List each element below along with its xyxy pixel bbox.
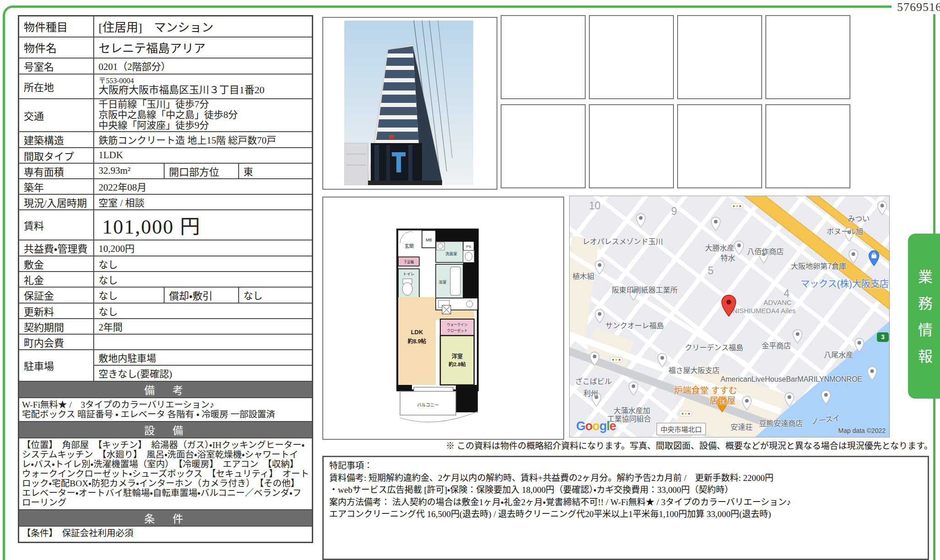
property-name-value: セレニテ福島アリア: [94, 37, 313, 58]
town-fee-value: [94, 334, 313, 350]
store-pin[interactable]: [868, 250, 880, 267]
row-label-guarantee: 保証金: [19, 287, 94, 303]
area-value: 32.93m²: [94, 163, 164, 179]
document-number: 5769516: [892, 0, 940, 14]
access-line-3: 中央線「阿波座」徒歩9分: [99, 120, 312, 131]
map-disclaimer: ※ この資料は物件の概略紹介資料になります。写真、間取図面、設備、概要などが現況…: [322, 439, 933, 451]
property-location-pin[interactable]: [720, 294, 737, 317]
conditions-text: 【条件】 保証会社利用必須: [19, 526, 313, 543]
photo-placeholder: [589, 15, 674, 99]
plan-label-wic-2: クローゼット: [447, 328, 468, 333]
special-notes-box: 特記事項： 賃料備考: 短期解約違約金、2ケ月以内の解約時、賃料+共益費の2ヶ月…: [322, 456, 929, 560]
structure-value: 鉄筋コンクリート造 地上15階 総戸数70戸: [94, 132, 313, 148]
row-label-room-no: 号室名: [19, 58, 94, 74]
built-value: 2022年08月: [94, 179, 313, 194]
parking-value-1: 敷地内駐車場: [94, 350, 313, 365]
plan-label-ps: PS: [466, 245, 471, 249]
map-block-number: 10: [589, 200, 601, 212]
map-pin[interactable]: [710, 217, 721, 231]
access-line-2: 京阪中之島線「中之島」徒歩8分: [99, 110, 312, 120]
route-shield-icon: 3: [877, 332, 889, 342]
location-map[interactable]: 10 9 5 4 レオパレスメゾンド玉川 大勝水産 特水 植木組 阪東印刷紙器工…: [569, 196, 890, 437]
map-place-label: サンクオーレ福島: [605, 320, 664, 331]
property-spec-table: 物件種目 [住居用] マンション 物件名 セレニテ福島アリア 号室名 0201（…: [18, 15, 313, 543]
map-pin[interactable]: [594, 260, 605, 275]
map-place-label: レオパレスメゾンド玉川: [582, 235, 663, 246]
row-label-built: 築年: [19, 179, 94, 194]
photo-placeholder: [765, 104, 850, 188]
amortization-value: なし: [239, 287, 313, 303]
map-place-label: 福さ屋大阪支店: [668, 364, 720, 375]
map-place-label-store[interactable]: マックス(株)大阪支店: [801, 277, 889, 290]
facing-value: 東: [239, 163, 313, 179]
access-value: 千日前線「玉川」徒歩7分 京阪中之島線「中之島」徒歩8分 中央線「阿波座」徒歩9…: [94, 99, 313, 132]
plan-label-ldk-size: 約8.9帖: [407, 338, 427, 345]
photo-placeholder: [589, 104, 674, 188]
map-place-label: 大阪地卵第7倉庫: [791, 260, 846, 271]
plan-label-washroom: 洗面室: [445, 251, 457, 256]
map-place-label: 八佰作商店: [747, 245, 784, 256]
plan-label-balcony: バルコニー: [417, 402, 438, 407]
plan-label-ldk: LDK: [411, 329, 423, 336]
postal-code: 〒553-0004: [99, 77, 312, 85]
map-pin[interactable]: [792, 329, 803, 344]
map-pin[interactable]: [742, 396, 752, 411]
map-place-label: 利州: [583, 387, 598, 398]
plan-label-wic-1: ウォークイン: [447, 323, 468, 327]
photo-placeholder: [677, 104, 762, 188]
map-place-label: 豆熊安達商店: [759, 417, 803, 428]
map-pin[interactable]: [628, 381, 639, 396]
building-photo: [322, 17, 497, 190]
map-pin[interactable]: [594, 309, 605, 324]
row-label-layout-type: 間取タイプ: [19, 148, 94, 163]
room-no-value: 0201（2階部分）: [94, 58, 313, 74]
map-attribution: Map data ©2022: [838, 427, 886, 434]
row-label-facing: 開口部方位: [164, 163, 239, 179]
fees-value: 10,200円: [94, 240, 313, 256]
key-money-value: なし: [94, 272, 313, 287]
map-place-label: AmericanLiveHouseBarMARILYNMONROE: [721, 375, 862, 384]
guarantee-value: なし: [94, 287, 164, 303]
plan-label-bath: 浴室: [438, 280, 447, 284]
row-label-structure: 建築構造: [19, 132, 94, 148]
map-pin[interactable]: [848, 249, 859, 264]
address-value: 〒553-0004 大阪府大阪市福島区玉川３丁目1番20: [94, 74, 313, 99]
floor-plan: MB 玄関 下足箱 トイレ 洗面室 PS 浴室: [322, 197, 564, 440]
map-station-exit-label: 中央市場北口: [657, 423, 706, 435]
notes-line-5: エアコンクリーニング代 16,500円(退去時) / 退去時クリーニング代20平…: [329, 508, 922, 521]
equipment-text: 【位置】 角部屋 【キッチン】 給湯器（ガス）・IHクッキングヒーター・システム…: [19, 438, 313, 510]
map-place-label: 植木組: [572, 270, 594, 281]
plan-label-mb: MB: [426, 238, 432, 242]
map-pin[interactable]: [867, 366, 877, 381]
map-pin[interactable]: [784, 392, 795, 407]
map-pin[interactable]: [877, 201, 887, 215]
row-label-town-fee: 町内会費: [19, 334, 94, 350]
photo-placeholder: [677, 15, 762, 99]
row-label-amortization: 償却・敷引: [164, 287, 239, 303]
row-label-key-money: 礼金: [19, 272, 94, 287]
plan-label-shoe-box: 下足箱: [404, 260, 414, 264]
traffic-light-icon: [610, 357, 623, 363]
address-text: 大阪府大阪市福島区玉川３丁目1番20: [99, 85, 312, 96]
map-place-label: ADVANC: [764, 299, 791, 306]
row-label-parking: 駐車場: [19, 350, 94, 381]
business-info-tab[interactable]: 業務情報: [908, 234, 940, 399]
map-pin[interactable]: [589, 352, 600, 366]
map-place-label: ボヌール旭: [827, 225, 863, 236]
map-place-label: NISHIUMEDA4 Ailes: [732, 307, 796, 315]
map-area-patch: [569, 236, 599, 339]
status-value: 空室 / 相談: [94, 194, 313, 210]
row-label-access: 交通: [19, 99, 94, 132]
renewal-fee-value: なし: [94, 303, 313, 319]
map-pin[interactable]: [734, 240, 744, 255]
map-pin[interactable]: [854, 338, 865, 352]
notes-line-3: ・webサービス広告掲載 [許可]・保険：保険要加入 18,000円（要確認）・…: [329, 484, 922, 496]
map-pin[interactable]: [636, 213, 646, 228]
map-place-label: みつい: [848, 213, 870, 224]
remarks-line-2: 宅配ボックス 暗証番号 ・ エレベータ 各階有 ・ 冷暖房 一部設置済: [22, 410, 309, 419]
row-label-status: 現況/入居時期: [19, 194, 94, 210]
row-label-address: 所在地: [19, 74, 94, 99]
map-place-label-restaurant: 居酒屋: [710, 394, 736, 406]
map-pin[interactable]: [821, 390, 831, 405]
map-pin[interactable]: [657, 353, 668, 368]
